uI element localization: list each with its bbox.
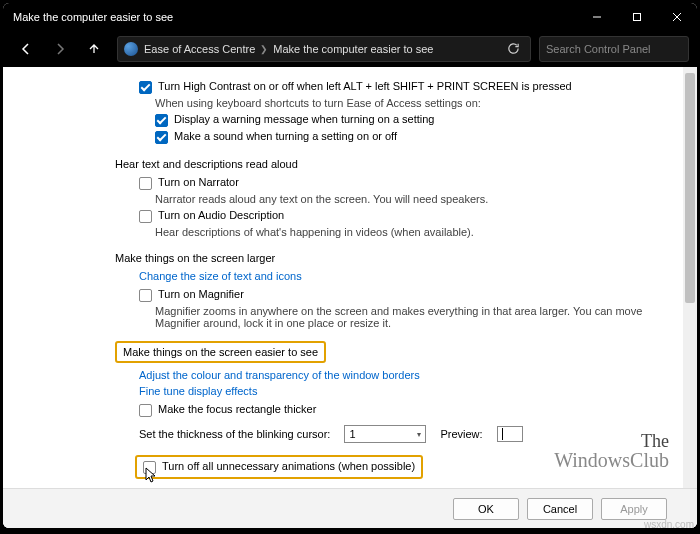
vertical-scrollbar[interactable] (683, 67, 697, 488)
magnifier-checkbox[interactable]: Turn on Magnifier (139, 288, 653, 302)
scrollbar-thumb[interactable] (685, 73, 695, 303)
window-title: Make the computer easier to see (13, 11, 577, 23)
breadcrumb-ease[interactable]: Ease of Access Centre (144, 43, 255, 55)
watermark-logo: The WindowsClub (554, 432, 669, 470)
address-bar[interactable]: Ease of Access Centre ❯ Make the compute… (117, 36, 531, 62)
turn-off-animations-checkbox[interactable]: Turn off all unnecessary animations (whe… (143, 460, 415, 474)
high-contrast-shortcut-checkbox[interactable]: Turn High Contrast on or off when left A… (139, 80, 653, 94)
svg-rect-0 (634, 14, 641, 21)
apply-button[interactable]: Apply (601, 498, 667, 520)
cursor-thickness-select[interactable]: 1 ▾ (344, 425, 426, 443)
close-button[interactable] (657, 3, 697, 31)
checkbox-icon (155, 114, 168, 127)
caret-icon (502, 428, 503, 440)
titlebar: Make the computer easier to see (3, 3, 697, 31)
chevron-down-icon: ▾ (417, 430, 421, 439)
preview-label: Preview: (440, 428, 482, 440)
checkbox-icon (139, 177, 152, 190)
ease-of-access-icon (124, 42, 138, 56)
chevron-right-icon: ❯ (260, 44, 268, 54)
source-watermark: wsxdn.com (644, 519, 694, 530)
watermark-line1: The (554, 432, 669, 450)
display-warning-label: Display a warning message when turning o… (174, 113, 434, 125)
dialog-footer: OK Cancel Apply (3, 488, 697, 528)
fine-tune-link[interactable]: Fine tune display effects (139, 385, 653, 397)
section-hear-text: Hear text and descriptions read aloud (115, 158, 653, 170)
checkbox-icon (155, 131, 168, 144)
forward-button[interactable] (45, 35, 75, 63)
audio-description-desc: Hear descriptions of what's happening in… (155, 226, 653, 238)
display-warning-checkbox[interactable]: Display a warning message when turning o… (155, 113, 653, 127)
search-input[interactable]: Search Control Panel (539, 36, 689, 62)
high-contrast-label: Turn High Contrast on or off when left A… (158, 80, 572, 92)
narrator-checkbox[interactable]: Turn on Narrator (139, 176, 653, 190)
narrator-desc: Narrator reads aloud any text on the scr… (155, 193, 653, 205)
section-easier-to-see: Make things on the screen easier to see (115, 341, 326, 363)
magnifier-label: Turn on Magnifier (158, 288, 244, 300)
checkbox-icon (139, 210, 152, 223)
window: Make the computer easier to see Ease of … (3, 3, 697, 528)
change-text-size-link[interactable]: Change the size of text and icons (139, 270, 653, 282)
checkbox-icon (139, 81, 152, 94)
nav-row: Ease of Access Centre ❯ Make the compute… (3, 31, 697, 67)
cursor-thickness-label: Set the thickness of the blinking cursor… (139, 428, 330, 440)
up-button[interactable] (79, 35, 109, 63)
make-sound-label: Make a sound when turning a setting on o… (174, 130, 397, 142)
section-larger: Make things on the screen larger (115, 252, 653, 264)
turn-off-animations-highlight: Turn off all unnecessary animations (whe… (135, 455, 423, 479)
checkbox-icon (143, 461, 156, 474)
minimize-button[interactable] (577, 3, 617, 31)
focus-rectangle-label: Make the focus rectangle thicker (158, 403, 316, 415)
search-placeholder: Search Control Panel (546, 43, 651, 55)
settings-scroll: Turn High Contrast on or off when left A… (3, 67, 683, 488)
content-area: Turn High Contrast on or off when left A… (3, 67, 697, 528)
narrator-label: Turn on Narrator (158, 176, 239, 188)
checkbox-icon (139, 289, 152, 302)
ok-button[interactable]: OK (453, 498, 519, 520)
audio-description-checkbox[interactable]: Turn on Audio Description (139, 209, 653, 223)
watermark-line2: WindowsClub (554, 450, 669, 470)
audio-description-label: Turn on Audio Description (158, 209, 284, 221)
refresh-button[interactable] (507, 42, 520, 57)
adjust-borders-link[interactable]: Adjust the colour and transparency of th… (139, 369, 653, 381)
turn-off-animations-label: Turn off all unnecessary animations (whe… (162, 460, 415, 472)
magnifier-desc: Magnifier zooms in anywhere on the scree… (155, 305, 653, 329)
checkbox-icon (139, 404, 152, 417)
make-sound-checkbox[interactable]: Make a sound when turning a setting on o… (155, 130, 653, 144)
cancel-button[interactable]: Cancel (527, 498, 593, 520)
back-button[interactable] (11, 35, 41, 63)
cursor-preview (497, 426, 523, 442)
maximize-button[interactable] (617, 3, 657, 31)
focus-rectangle-checkbox[interactable]: Make the focus rectangle thicker (139, 403, 653, 417)
shortcut-subhead: When using keyboard shortcuts to turn Ea… (155, 97, 653, 109)
breadcrumb-current[interactable]: Make the computer easier to see (273, 43, 433, 55)
cursor-thickness-value: 1 (349, 428, 355, 440)
